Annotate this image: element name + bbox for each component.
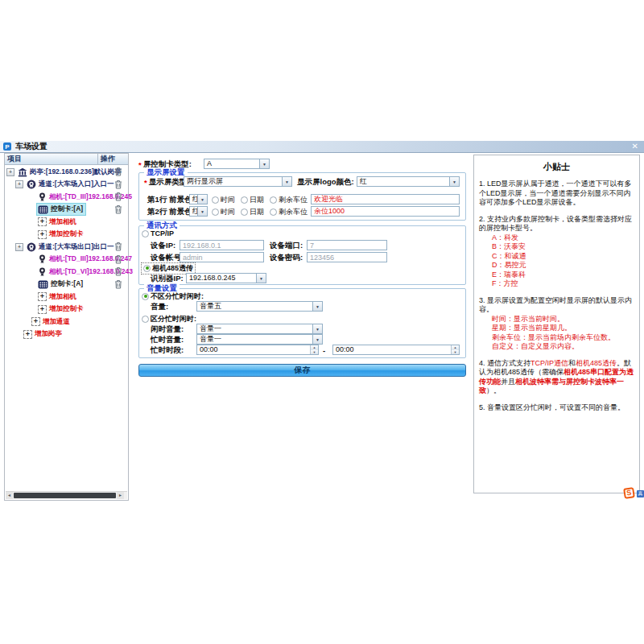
radio-line1-remaining[interactable]	[270, 196, 277, 204]
expand-toggle-icon[interactable]: +	[6, 168, 14, 176]
screen-type-select[interactable]: 两行显示屏 ▼	[184, 176, 292, 187]
busy-volume-label: 忙时音量:	[151, 335, 184, 345]
tip-segment: 2. 支持业内多款屏控制卡，设备类型需选择对应的屏控制卡型号。	[479, 215, 632, 233]
save-button[interactable]: 保存	[138, 364, 466, 377]
chevron-down-icon[interactable]: ▼	[312, 335, 322, 344]
device-ip-input[interactable]	[180, 240, 264, 250]
device-password-label: 设备密码:	[270, 253, 303, 263]
expand-toggle-icon[interactable]: +	[15, 243, 23, 251]
chevron-down-icon[interactable]: ▼	[197, 207, 207, 216]
tips-panel: 小贴士 1. LED显示屏从属于通道，一个通道下可以有多个LED显示屏，当一个通…	[473, 155, 640, 493]
spinner-arrows-icon[interactable]: ▲▼	[310, 345, 318, 354]
chevron-down-icon[interactable]: ▼	[312, 324, 322, 333]
tree-item[interactable]: + + 增加相机	[5, 216, 128, 229]
tip-segment: 3. 显示屏设置为配置空闲时显示屏的默认显示内容。	[479, 296, 632, 314]
radio-line2-date[interactable]	[241, 208, 248, 216]
tree-item[interactable]: + + 增加相机	[5, 291, 128, 303]
line2-color-select[interactable]: 红 ▼	[189, 206, 208, 217]
tip-segment: 星期：显示当前星期几。	[492, 324, 572, 332]
busy-volume-select[interactable]: 音量一 ▼	[196, 334, 323, 345]
trash-icon[interactable]	[114, 192, 122, 201]
trash-icon[interactable]	[114, 254, 122, 264]
trash-icon[interactable]	[114, 167, 122, 176]
busy-period-to-value: 00:00	[333, 345, 451, 354]
display-settings-fieldset: 显示屏设置 * 显示屏类型: 两行显示屏 ▼ 显示屏logo颜色: 红 ▼ 第1…	[138, 172, 466, 221]
radio-split-volume[interactable]	[142, 316, 149, 323]
tree-item-label: 增加岗亭	[35, 329, 62, 339]
radio-line2-remaining[interactable]	[270, 208, 277, 216]
chevron-down-icon[interactable]: ▼	[312, 302, 322, 311]
tree-item[interactable]: + 通道:[大车场入口]入口一	[5, 179, 128, 192]
radio-tcpip[interactable]	[142, 230, 149, 237]
busy-period-from-spinner[interactable]: 00:00 ▲▼	[196, 345, 319, 355]
idle-volume-select[interactable]: 音量一 ▼	[196, 324, 323, 334]
tip-segment: E：瑞泰科	[492, 270, 526, 279]
chevron-down-icon[interactable]: ▼	[256, 274, 266, 283]
tips-body: 1. LED显示屏从属于通道，一个通道下可以有多个LED显示屏，当一个通道需要分…	[479, 180, 634, 412]
tree-item[interactable]: + 控制卡:[A]	[5, 204, 128, 217]
scroll-left-icon[interactable]: ◄	[6, 492, 13, 499]
device-ip-label: 设备IP:	[151, 241, 175, 251]
logo-color-value: 红	[357, 177, 449, 186]
tree-item[interactable]: + 控制卡:[A]	[5, 279, 128, 291]
line1-color-value: 红	[190, 195, 197, 204]
tip-line: 剩余车位：显示当前场内剩余车位数。	[479, 333, 634, 343]
sogou-icon[interactable]: S	[623, 487, 635, 499]
pinyin-mode-icon[interactable]: 真	[637, 490, 644, 497]
volume-label: 音量:	[151, 302, 168, 312]
tip-line: 3. 显示屏设置为配置空闲时显示屏的默认显示内容。	[479, 296, 634, 315]
tree-item[interactable]: + + 增加岗亭	[5, 328, 128, 341]
volume-select[interactable]: 音量五 ▼	[196, 301, 323, 312]
tree-rows: + 岗亭:[192.168.0.236]默认岗亭 +	[5, 166, 128, 341]
trash-icon[interactable]	[114, 180, 122, 189]
line1-custom-input[interactable]	[311, 194, 460, 204]
tree-item[interactable]: + 相机:[TD_III]192.168.0.245	[5, 191, 128, 204]
recognizer-ip-select[interactable]: 192.168.0.245 ▼	[186, 273, 266, 283]
line1-color-select[interactable]: 红 ▼	[189, 194, 208, 204]
trash-icon[interactable]	[114, 204, 122, 214]
tree-item[interactable]: + 岗亭:[192.168.0.236]默认岗亭	[5, 166, 128, 179]
tree-item[interactable]: + 通道:[大车场出口]出口一	[5, 241, 128, 254]
logo-color-select[interactable]: 红 ▼	[357, 176, 460, 187]
add-icon: +	[31, 317, 40, 326]
device-port-input[interactable]	[307, 240, 387, 250]
tree-item[interactable]: + + 增加通道	[5, 316, 128, 328]
tip-segment: 并且	[501, 378, 515, 386]
tree-item-label: 控制卡:[A]	[51, 204, 83, 214]
chevron-down-icon[interactable]: ▼	[197, 195, 207, 204]
radio-uniform-volume[interactable]	[142, 293, 149, 300]
tip-segment: 1. LED显示屏从属于通道，一个通道下可以有多个LED显示屏，当一个通道需要分…	[479, 180, 632, 206]
trash-icon[interactable]	[114, 242, 122, 251]
tree-item-label: 控制卡:[A]	[51, 279, 83, 289]
close-icon[interactable]: ✕	[632, 142, 638, 151]
radio-line1-date[interactable]	[241, 196, 248, 204]
uniform-volume-label: 不区分忙时闲时:	[151, 291, 204, 302]
device-password-input[interactable]	[307, 252, 387, 262]
spinner-arrows-icon[interactable]: ▲▼	[451, 345, 459, 354]
tree-item[interactable]: + 相机:[TD_VI]192.168.0.243	[5, 266, 128, 279]
device-account-input[interactable]	[180, 252, 264, 262]
line2-custom-input[interactable]	[311, 206, 460, 217]
chevron-down-icon[interactable]: ▼	[282, 177, 291, 186]
tip-segment: TCP/IP通信	[530, 359, 568, 367]
radio-line2-time[interactable]	[212, 208, 219, 216]
card-type-select[interactable]: A ▼	[204, 159, 270, 169]
scrollbar-thumb[interactable]	[14, 493, 116, 498]
tree-item[interactable]: + + 增加控制卡	[5, 303, 128, 316]
radio-line1-time[interactable]	[212, 196, 219, 204]
expand-toggle-icon[interactable]: +	[15, 180, 23, 188]
scroll-right-icon[interactable]: ►	[117, 492, 124, 499]
tree-item-label: 增加控制卡	[49, 304, 84, 314]
trash-icon[interactable]	[114, 266, 122, 276]
horizontal-scrollbar[interactable]: ◄ ►	[6, 491, 127, 499]
chevron-down-icon[interactable]: ▼	[259, 159, 269, 168]
radio-camera-485[interactable]	[143, 265, 151, 272]
trash-icon[interactable]	[114, 279, 122, 289]
tip-line: 星期：显示当前星期几。	[479, 324, 634, 333]
tree-item[interactable]: + 相机:[TD_III]192.168.0.247	[5, 254, 128, 266]
line2-color-value: 红	[190, 207, 197, 216]
chevron-down-icon[interactable]: ▼	[449, 177, 459, 186]
card-type-value: A	[204, 159, 259, 168]
busy-period-to-spinner[interactable]: 00:00 ▲▼	[332, 345, 460, 355]
tree-item[interactable]: + + 增加控制卡	[5, 229, 128, 242]
